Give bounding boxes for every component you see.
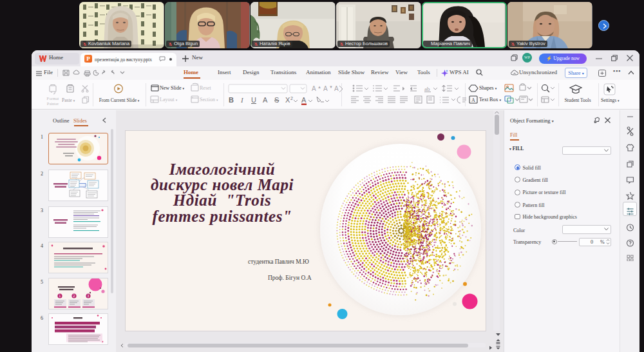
svg-text:A: A bbox=[471, 97, 475, 103]
svg-text:U: U bbox=[251, 96, 256, 104]
svg-text:3: 3 bbox=[88, 294, 90, 298]
svg-text:A: A bbox=[334, 85, 339, 92]
svg-text:▲: ▲ bbox=[317, 85, 321, 89]
svg-text:1: 1 bbox=[59, 294, 61, 298]
svg-text:2: 2 bbox=[290, 96, 293, 101]
svg-text:A: A bbox=[263, 96, 268, 104]
svg-text:A: A bbox=[301, 96, 307, 104]
svg-text:I: I bbox=[240, 96, 244, 104]
svg-text:A: A bbox=[312, 85, 316, 92]
svg-text:S: S bbox=[274, 96, 279, 104]
svg-text:B: B bbox=[229, 96, 234, 104]
svg-text:ab: ab bbox=[424, 86, 430, 92]
svg-text:▼: ▼ bbox=[329, 85, 333, 89]
svg-text:2: 2 bbox=[73, 294, 75, 298]
svg-text:X: X bbox=[285, 96, 290, 104]
svg-text:A: A bbox=[323, 85, 328, 92]
